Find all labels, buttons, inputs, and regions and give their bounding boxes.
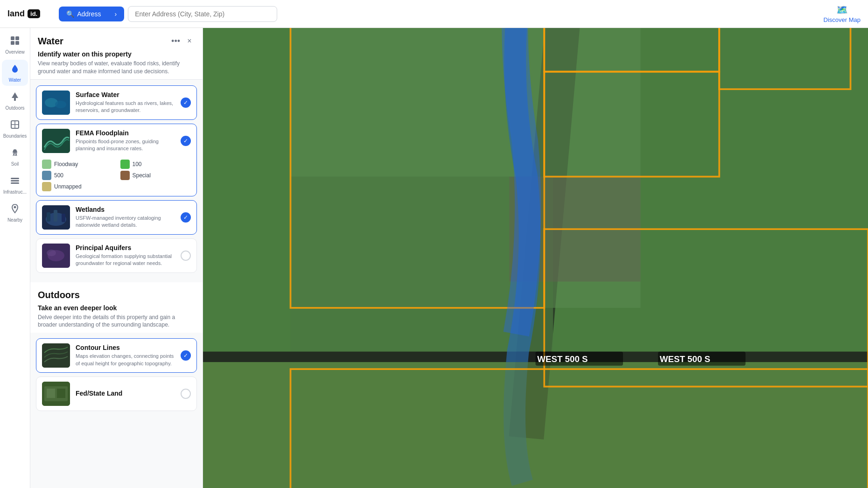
address-input[interactable]	[128, 6, 277, 22]
sidebar-item-water[interactable]: Water	[2, 60, 28, 86]
outdoors-description: Delve deeper into the details of this pr…	[38, 314, 195, 329]
aquifers-desc: Geological formation supplying substanti…	[76, 253, 175, 267]
logo-text: land	[7, 9, 25, 19]
address-button[interactable]: 🔍 Address ›	[59, 7, 124, 21]
soil-icon	[10, 147, 20, 160]
fema-desc: Pinpoints flood-prone zones, guiding pla…	[76, 138, 175, 153]
surface-water-thumbnail	[42, 91, 70, 115]
fed-land-title: Fed/State Land	[76, 390, 175, 397]
fema-info: FEMA Floodplain Pinpoints flood-prone zo…	[76, 129, 175, 153]
address-btn-label: Address	[77, 10, 101, 18]
water-section-header: Water ••• × Identify water on this prope…	[30, 28, 203, 80]
legend-floodway-label: Floodway	[54, 161, 78, 167]
sidebar-item-outdoors-label: Outdoors	[5, 105, 24, 111]
contour-info: Contour Lines Maps elevation changes, co…	[76, 344, 175, 367]
wetlands-info: Wetlands USFW-managed inventory catalogi…	[76, 206, 175, 229]
fed-state-land-card[interactable]: Fed/State Land	[36, 376, 197, 411]
aquifers-title: Principal Aquifers	[76, 244, 175, 251]
aquifers-check-empty[interactable]	[181, 251, 191, 261]
svg-rect-20	[54, 210, 57, 222]
sidebar-item-infrastructure-label: Infrastruc...	[3, 189, 27, 195]
outdoors-section-header: Outdoors Take an even deeper look Delve …	[30, 282, 203, 333]
sidebar-item-water-label: Water	[9, 77, 21, 83]
contour-lines-card[interactable]: Contour Lines Maps elevation changes, co…	[36, 338, 197, 373]
overview-icon	[10, 35, 20, 48]
wetlands-title: Wetlands	[76, 206, 175, 213]
search-icon: 🔍	[66, 10, 74, 18]
legend-special: Special	[120, 171, 191, 180]
legend-unmapped: Unmapped	[42, 182, 113, 191]
aquifers-thumbnail	[42, 244, 70, 268]
legend-unmapped-swatch	[42, 182, 51, 191]
fed-land-thumbnail	[42, 382, 70, 406]
contour-check[interactable]: ✓	[181, 350, 191, 361]
contour-title: Contour Lines	[76, 344, 175, 351]
water-section-description: View nearby bodies of water, evaluate fl…	[38, 60, 195, 76]
outdoors-cards-container: Contour Lines Maps elevation changes, co…	[30, 333, 203, 417]
map-area[interactable]: WEST 500 S WEST 500 S SNAKE CREEK	[203, 28, 868, 488]
sidebar-item-nearby-label: Nearby	[7, 217, 22, 223]
svg-point-11	[14, 206, 16, 208]
surface-water-check[interactable]: ✓	[181, 98, 191, 108]
water-section-subtitle: Identify water on this property	[38, 50, 195, 58]
surface-water-card[interactable]: Surface Water Hydrological features such…	[36, 85, 197, 120]
nearby-icon	[10, 203, 20, 216]
discover-map-button[interactable]: 🗺️ Discover Map	[824, 4, 861, 23]
sidebar-item-outdoors[interactable]: Outdoors	[2, 88, 28, 114]
map-icon: 🗺️	[836, 4, 848, 15]
sidebar-item-boundaries-label: Boundaries	[3, 133, 27, 139]
svg-rect-19	[47, 212, 50, 222]
surface-water-title: Surface Water	[76, 91, 175, 98]
close-button[interactable]: ×	[184, 35, 195, 47]
sidebar: Overview Water Outdoors Boundaries	[0, 28, 30, 488]
svg-rect-3	[15, 41, 19, 45]
principal-aquifers-card[interactable]: Principal Aquifers Geological formation …	[36, 238, 197, 273]
legend-unmapped-label: Unmapped	[54, 183, 82, 190]
chevron-right-icon: ›	[115, 10, 117, 18]
outdoors-subtitle: Take an even deeper look	[38, 304, 195, 312]
aquifers-info: Principal Aquifers Geological formation …	[76, 244, 175, 267]
svg-rect-2	[11, 41, 14, 45]
legend-500-label: 500	[54, 172, 63, 179]
fema-thumbnail	[42, 129, 70, 153]
fema-floodplain-card[interactable]: FEMA Floodplain Pinpoints flood-prone zo…	[36, 124, 197, 196]
logo-badge: id.	[28, 9, 40, 18]
wetlands-thumbnail	[42, 205, 70, 230]
sidebar-item-boundaries[interactable]: Boundaries	[2, 116, 28, 142]
wetlands-card[interactable]: Wetlands USFW-managed inventory catalogi…	[36, 200, 197, 235]
panel: Water ••• × Identify water on this prope…	[30, 28, 203, 488]
svg-rect-21	[62, 214, 65, 222]
legend-floodway: Floodway	[42, 160, 113, 169]
topbar: land id. 🔍 Address › 🗺️ Discover Map	[0, 0, 868, 28]
fema-title: FEMA Floodplain	[76, 129, 175, 137]
svg-rect-16	[42, 129, 70, 153]
legend-special-label: Special	[133, 172, 151, 179]
sidebar-item-overview-label: Overview	[5, 49, 25, 55]
wetlands-check[interactable]: ✓	[181, 212, 191, 223]
svg-point-24	[47, 250, 56, 256]
legend-100-label: 100	[133, 161, 142, 167]
sidebar-item-nearby[interactable]: Nearby	[2, 200, 28, 226]
map-background: WEST 500 S WEST 500 S SNAKE CREEK	[203, 28, 868, 488]
sidebar-item-overview[interactable]: Overview	[2, 32, 28, 58]
sidebar-item-soil-label: Soil	[11, 161, 19, 167]
svg-text:WEST 500 S: WEST 500 S	[537, 354, 588, 364]
sidebar-item-soil[interactable]: Soil	[2, 144, 28, 170]
svg-rect-0	[11, 36, 14, 40]
legend-100-swatch	[120, 160, 130, 169]
sidebar-item-infrastructure[interactable]: Infrastruc...	[2, 172, 28, 198]
legend-special-swatch	[120, 171, 130, 180]
contour-thumbnail	[42, 343, 70, 368]
svg-rect-9	[11, 180, 19, 181]
surface-water-info: Surface Water Hydrological features such…	[76, 91, 175, 114]
water-cards-container: Surface Water Hydrological features such…	[30, 80, 203, 279]
svg-rect-38	[203, 362, 868, 488]
svg-rect-8	[11, 178, 19, 179]
svg-rect-10	[11, 182, 19, 184]
water-icon	[10, 63, 20, 76]
more-button[interactable]: •••	[171, 36, 180, 46]
legend-500: 500	[42, 171, 113, 180]
fema-check[interactable]: ✓	[181, 136, 191, 146]
fed-land-check-empty[interactable]	[181, 389, 191, 399]
svg-text:WEST 500 S: WEST 500 S	[660, 354, 710, 364]
